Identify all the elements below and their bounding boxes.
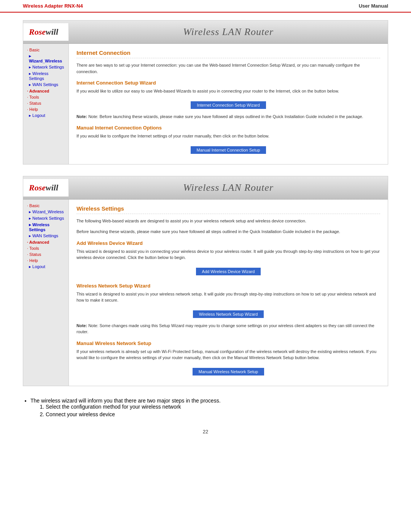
- panel1: Rosewill Wireless LAN Router · Basic ▸ W…: [23, 20, 388, 165]
- wizard-btn-container: Internet Connection Setup Wizard: [76, 99, 380, 111]
- page-number: 22: [0, 429, 411, 442]
- wireless-network-setup-wizard-button[interactable]: Wireless Network Setup Wizard: [193, 310, 264, 318]
- panel2-logo-text: Rosewill: [29, 183, 63, 193]
- p2-sidebar-item-wireless-settings[interactable]: ▸ Wireless Settings: [23, 222, 68, 233]
- p2-sidebar-item-basic[interactable]: · Basic: [23, 203, 68, 209]
- sidebar-item-wan-settings[interactable]: ▸ WAN Settings: [23, 81, 68, 88]
- network-setup-note: Note: Note: Some changes made using this…: [76, 323, 380, 335]
- p2-sidebar-item-status[interactable]: · Status: [23, 251, 68, 257]
- wireless-settings-desc2: Before launching these wizards, please m…: [76, 228, 380, 235]
- manual-btn-container: Manual Internet Connection Setup: [76, 144, 380, 156]
- brand-prefix: Wireless Adapter: [23, 3, 64, 9]
- panel1-header: Rosewill Wireless LAN Router: [23, 21, 388, 44]
- panel2-header: Rosewill Wireless LAN Router: [23, 176, 388, 200]
- wizard-note: Note: Note: Before launching these wizar…: [76, 113, 380, 120]
- p2-sidebar-item-wan-settings[interactable]: ▸ WAN Settings: [23, 233, 68, 239]
- sidebar-item-help[interactable]: · Help: [23, 106, 68, 112]
- bullet-list: The wireless wizard will inform you that…: [30, 398, 388, 417]
- page-header: Wireless Adapter RNX-N4 User Manual: [0, 0, 411, 13]
- brand-product: RNX-N4: [64, 3, 83, 9]
- manual-wireless-btn-container: Manual Wireless Network Setup: [76, 366, 380, 378]
- panel2-title: Wireless LAN Router: [75, 182, 382, 193]
- panel2-body: · Basic ▸ Wizard_Wireless ▸ Network Sett…: [23, 200, 388, 386]
- sidebar-item-tools[interactable]: · Tools: [23, 94, 68, 100]
- section-desc-internet: There are two ways to set up your Intern…: [76, 62, 380, 75]
- step-1: Select the configuration method for your…: [46, 404, 388, 410]
- manual-wireless-title: Manual Wireless Network Setup: [76, 340, 380, 346]
- sidebar-item-basic[interactable]: · Basic: [23, 47, 68, 53]
- add-wireless-device-wizard-button[interactable]: Add Wireless Device Wizard: [196, 268, 261, 275]
- manual-section-title: Manual Internet Connection Options: [76, 125, 380, 131]
- bullet-section: The wireless wizard will inform you that…: [23, 398, 388, 417]
- panel1-title: Wireless LAN Router: [75, 26, 382, 38]
- add-device-desc: This wizard is designed to assist you in…: [76, 248, 380, 261]
- p2-sidebar-item-logout[interactable]: ▸ Logout: [23, 264, 68, 270]
- header-manual: User Manual: [359, 3, 388, 9]
- bullet-intro: The wireless wizard will inform you that…: [30, 398, 388, 417]
- internet-connection-wizard-button[interactable]: Internet Connection Setup Wizard: [191, 101, 266, 109]
- manual-desc: If you would like to configure the Inter…: [76, 133, 380, 139]
- p2-sidebar-item-network-settings[interactable]: ▸ Network Settings: [23, 215, 68, 222]
- panel2-title-area: Wireless LAN Router: [69, 176, 388, 199]
- panel2-logo: Rosewill: [23, 179, 69, 197]
- step-2: Connect your wireless device: [46, 411, 388, 417]
- network-setup-btn-container: Wireless Network Setup Wizard: [76, 308, 380, 320]
- wizard-desc: If you would like to utilize our easy to…: [76, 88, 380, 94]
- sidebar-item-wizard-wireless[interactable]: ▸ Wizard_Wireless: [23, 53, 68, 64]
- add-device-title: Add Wireless Device Wizard: [76, 240, 380, 246]
- panel2-main: Wireless Settings The following Web-base…: [69, 200, 388, 386]
- sidebar-item-wireless-settings[interactable]: ▸ Wireless Settings: [23, 70, 68, 81]
- steps-list: Select the configuration method for your…: [46, 404, 388, 417]
- header-product: Wireless Adapter RNX-N4: [23, 3, 83, 9]
- sidebar-item-status[interactable]: · Status: [23, 100, 68, 106]
- wireless-settings-desc1: The following Web-based wizards are desi…: [76, 218, 380, 224]
- section-title-internet: Internet Connection: [76, 50, 380, 58]
- wizard-section-title: Internet Connection Setup Wizard: [76, 80, 380, 86]
- manual-wireless-desc: If your wireless network is already set …: [76, 348, 380, 361]
- p2-sidebar-item-tools[interactable]: · Tools: [23, 245, 68, 251]
- p2-sidebar-item-advanced[interactable]: · Advanced: [23, 239, 68, 245]
- panel2: Rosewill Wireless LAN Router · Basic ▸ W…: [23, 176, 388, 386]
- p2-sidebar-item-wizard-wireless[interactable]: ▸ Wizard_Wireless: [23, 209, 68, 215]
- panel1-title-area: Wireless LAN Router: [69, 21, 388, 43]
- panel1-sidebar: · Basic ▸ Wizard_Wireless ▸ Network Sett…: [23, 44, 69, 164]
- sidebar-item-logout[interactable]: ▸ Logout: [23, 112, 68, 119]
- sidebar-item-network-settings[interactable]: ▸ Network Settings: [23, 64, 68, 70]
- wireless-settings-title: Wireless Settings: [76, 205, 380, 214]
- panel2-sidebar: · Basic ▸ Wizard_Wireless ▸ Network Sett…: [23, 200, 69, 386]
- panel1-logo: Rosewill: [23, 23, 69, 41]
- p2-sidebar-item-help[interactable]: · Help: [23, 257, 68, 264]
- logo-text: Rosewill: [29, 27, 63, 37]
- manual-internet-connection-button[interactable]: Manual Internet Connection Setup: [191, 146, 266, 154]
- panel1-body: · Basic ▸ Wizard_Wireless ▸ Network Sett…: [23, 44, 388, 164]
- network-setup-title: Wireless Network Setup Wizard: [76, 283, 380, 289]
- panel1-main: Internet Connection There are two ways t…: [69, 44, 388, 164]
- add-device-btn-container: Add Wireless Device Wizard: [76, 265, 380, 278]
- sidebar-item-advanced[interactable]: · Advanced: [23, 88, 68, 94]
- manual-wireless-network-setup-button[interactable]: Manual Wireless Network Setup: [193, 368, 264, 375]
- network-setup-desc: This wizard is designed to assist you in…: [76, 291, 380, 304]
